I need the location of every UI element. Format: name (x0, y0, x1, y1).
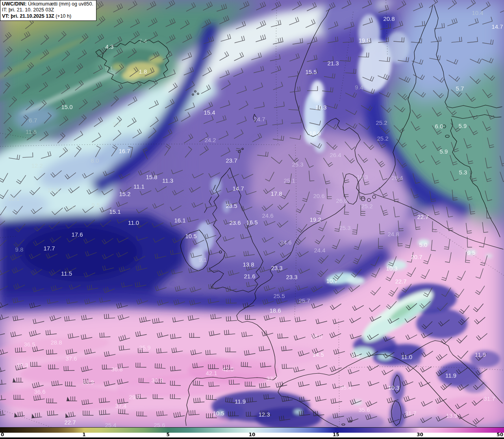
product-desc: Úrkomumætti (mm) og uv850. (27, 1, 93, 7)
colorbar-tick: 1 (82, 432, 85, 437)
colorbar-tick: 15 (333, 432, 339, 437)
map-canvas: 4.37.41.89.115.06.711.69.016.75.28.012.2… (0, 0, 504, 427)
info-line-product: UWC/DINI: Úrkomumætti (mm) og uv850. (2, 1, 93, 7)
forecast-info-box: UWC/DINI: Úrkomumætti (mm) og uv850. IT:… (0, 0, 96, 21)
weather-map-page: 4.37.41.89.115.06.711.69.016.75.28.012.2… (0, 0, 504, 439)
colorbar-tick: 30 (417, 432, 423, 437)
valid-offset: (+10 h) (54, 13, 71, 19)
colorbar-ticks: 01510153050 (0, 433, 504, 437)
colorbar-bottom-border (0, 437, 504, 439)
colorbar-tick: 50 (497, 432, 503, 437)
precipitation-map (0, 0, 504, 427)
info-line-init: IT: þri. 21. 10. 2025 03Z (2, 7, 93, 13)
valid-time: VT: þri. 21.10.2025 13Z (2, 13, 54, 19)
colorbar-tick: 10 (249, 432, 256, 437)
colorbar-tick: 0 (1, 432, 4, 437)
precipitation-colorbar: 01510153050 (0, 427, 504, 439)
info-line-valid: VT: þri. 21.10.2025 13Z (+10 h) (2, 13, 93, 19)
product-name: UWC/DINI: (2, 1, 27, 7)
colorbar-tick: 5 (166, 432, 169, 437)
